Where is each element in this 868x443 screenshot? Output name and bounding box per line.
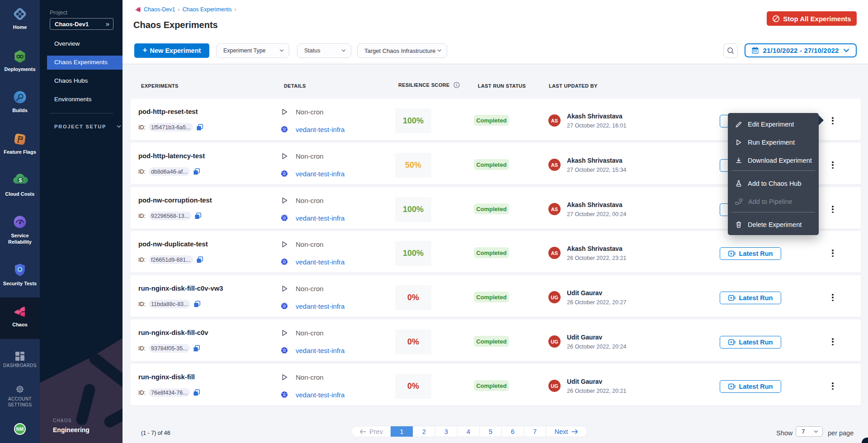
svg-text:$: $ — [19, 177, 22, 184]
